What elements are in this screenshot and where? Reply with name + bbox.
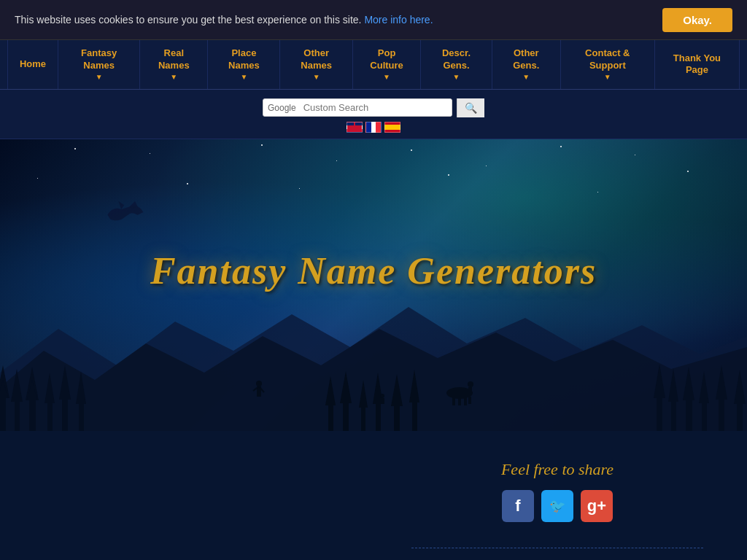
cookie-more-info-link[interactable]: More info here. [364, 14, 433, 26]
search-icon: 🔍 [465, 102, 477, 114]
svg-rect-26 [328, 405, 333, 431]
svg-rect-47 [464, 397, 467, 405]
nav-item-other-gens[interactable]: Other Gens. ▼ [492, 40, 561, 89]
svg-rect-48 [468, 397, 471, 404]
svg-rect-32 [376, 404, 381, 431]
star [299, 188, 300, 189]
star [486, 166, 487, 166]
star [37, 178, 38, 179]
flag-french[interactable] [365, 122, 382, 133]
flag-english[interactable] [347, 122, 363, 133]
star [336, 160, 337, 161]
svg-rect-14 [657, 398, 662, 431]
flag-row [347, 122, 400, 133]
star [597, 192, 598, 192]
svg-rect-12 [79, 404, 84, 431]
social-icons-group: f 🐦 g+ [502, 490, 613, 522]
svg-rect-45 [452, 397, 455, 405]
chevron-down-icon: ▼ [383, 72, 390, 82]
svg-rect-44 [468, 387, 472, 393]
nav-item-other-names[interactable]: Other Names ▼ [280, 40, 353, 89]
chevron-down-icon: ▼ [522, 72, 530, 82]
search-area: Google 🔍 [0, 90, 747, 139]
svg-rect-5 [29, 400, 36, 431]
hero-section: Fantasy Name Generators [0, 139, 747, 431]
share-title: Feel free to share [501, 460, 614, 479]
cookie-banner: This website uses cookies to ensure you … [0, 0, 747, 40]
chevron-down-icon: ▼ [453, 72, 460, 82]
nav-item-descr-gens[interactable]: Descr. Gens. ▼ [421, 40, 492, 89]
flag-spanish[interactable] [384, 122, 400, 133]
svg-rect-36 [412, 402, 417, 431]
nav-item-real-names[interactable]: Real Names ▼ [140, 40, 208, 89]
star [261, 144, 263, 146]
svg-point-49 [380, 394, 384, 398]
star [411, 149, 412, 151]
googleplus-share-button[interactable]: g+ [581, 490, 613, 522]
search-button[interactable]: 🔍 [457, 98, 484, 117]
star [150, 153, 150, 154]
chevron-down-icon: ▼ [96, 72, 103, 82]
cookie-message: This website uses cookies to ensure you … [15, 14, 648, 26]
cookie-accept-button[interactable]: Okay. [662, 8, 732, 32]
chevron-down-icon: ▼ [240, 72, 247, 82]
svg-point-43 [468, 381, 473, 387]
nav-item-fantasy-names[interactable]: Fantasy Names ▼ [58, 40, 140, 89]
divider-1 [411, 548, 703, 548]
star [448, 174, 449, 176]
svg-rect-3 [15, 402, 20, 431]
svg-rect-50 [380, 398, 384, 404]
twitter-icon: 🐦 [549, 498, 565, 514]
star [635, 155, 635, 155]
chevron-down-icon: ▼ [313, 72, 320, 82]
nav-item-place-names[interactable]: Place Names ▼ [208, 40, 280, 89]
googleplus-icon: g+ [587, 497, 606, 516]
main-nav: Home Fantasy Names ▼ Real Names ▼ Place … [0, 40, 747, 90]
star [187, 183, 188, 184]
hero-title: Fantasy Name Generators [150, 249, 597, 292]
dragon-silhouette [102, 198, 146, 227]
svg-rect-46 [458, 397, 461, 405]
svg-point-38 [256, 381, 262, 386]
svg-rect-30 [361, 408, 365, 431]
svg-rect-10 [62, 400, 68, 431]
star [560, 146, 562, 147]
share-section: Feel free to share f 🐦 g+ Go To A Random… [411, 460, 703, 560]
nav-item-pop-culture[interactable]: Pop Culture ▼ [353, 40, 421, 89]
chevron-down-icon: ▼ [604, 72, 611, 82]
nav-item-thank-you-page[interactable]: Thank You Page [655, 40, 740, 89]
svg-rect-20 [702, 403, 707, 431]
nav-item-home[interactable]: Home [7, 40, 58, 89]
search-row: Google 🔍 [263, 98, 484, 117]
svg-rect-24 [737, 404, 743, 431]
svg-rect-8 [47, 403, 53, 431]
svg-rect-16 [671, 402, 676, 431]
twitter-share-button[interactable]: 🐦 [541, 490, 573, 522]
star [74, 148, 76, 149]
svg-rect-18 [686, 400, 692, 431]
google-label: Google [263, 100, 299, 116]
chevron-down-icon: ▼ [170, 72, 177, 82]
star [687, 171, 689, 172]
lower-section: Feel free to share f 🐦 g+ Go To A Random… [0, 431, 747, 560]
facebook-icon: f [515, 497, 520, 516]
nav-item-contact-support[interactable]: Contact & Support ▼ [561, 40, 655, 89]
facebook-share-button[interactable]: f [502, 490, 534, 522]
mountains-silhouette [0, 285, 747, 431]
svg-rect-0 [0, 398, 6, 431]
svg-rect-22 [719, 400, 724, 431]
svg-rect-34 [394, 406, 400, 431]
svg-rect-28 [343, 403, 349, 431]
search-input-wrap: Google [263, 98, 452, 117]
search-input[interactable] [299, 99, 452, 116]
